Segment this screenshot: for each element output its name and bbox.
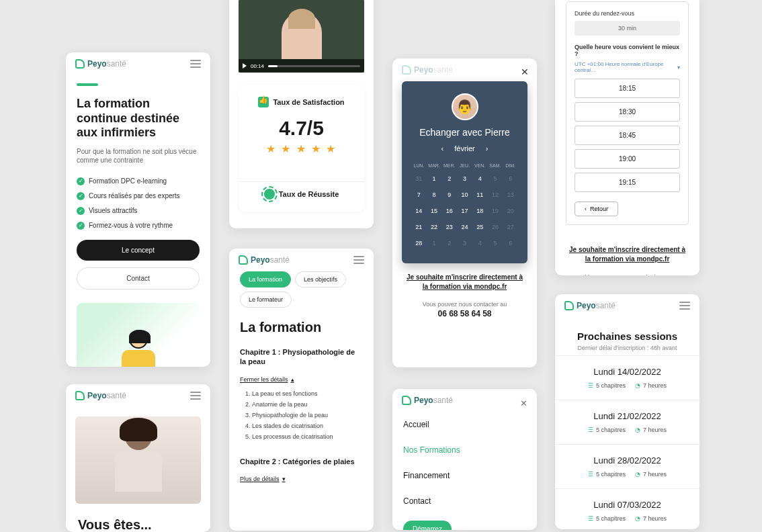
- logo: Peyosanté: [402, 65, 453, 75]
- tab-les-objectifs[interactable]: Les objectifs: [295, 271, 346, 287]
- calendar-day[interactable]: 21: [411, 219, 427, 235]
- sessions-list: Lundi 14/02/2022☰5 chapitres◔7 heuresLun…: [555, 355, 700, 529]
- calendar-day[interactable]: 25: [472, 219, 488, 235]
- calendar-day[interactable]: 23: [441, 219, 457, 235]
- session-card[interactable]: Lundi 07/03/2022☰5 chapitres◔7 heures: [555, 488, 700, 529]
- time-slot[interactable]: 19:15: [575, 173, 680, 192]
- duration-label: Durée du rendez-vous: [575, 10, 680, 17]
- more-details-toggle[interactable]: Plus de détails▾: [240, 476, 286, 482]
- video-player[interactable]: 00:14: [239, 0, 364, 73]
- session-card[interactable]: Lundi 14/02/2022☰5 chapitres◔7 heures: [555, 355, 700, 400]
- calendar-day[interactable]: 24: [457, 219, 472, 235]
- check-icon: ✓: [77, 222, 85, 230]
- calendar-day[interactable]: 7: [411, 187, 427, 203]
- duration-value: 30 min: [575, 21, 680, 36]
- calendar-day[interactable]: 9: [441, 187, 457, 203]
- calendar-day[interactable]: 28: [411, 235, 427, 251]
- drawer-items: AccueilNos FormationsFinancementContactD…: [392, 412, 537, 530]
- chapter-1-title: Chapitre 1 : Physiopathologie de la peau: [240, 347, 363, 367]
- logo: Peyosanté: [75, 59, 126, 69]
- session-date: Lundi 21/02/2022: [566, 411, 689, 421]
- tab-bar: La formationLes objectifsLe formateur: [240, 271, 363, 308]
- calendar-day: 19: [488, 203, 503, 219]
- calendar-day[interactable]: 15: [427, 203, 442, 219]
- close-details-toggle[interactable]: Fermer les détails▴: [240, 376, 294, 383]
- day-header: MER.: [441, 161, 457, 171]
- menu-icon[interactable]: [679, 302, 690, 310]
- play-icon[interactable]: [243, 63, 247, 69]
- menu-icon[interactable]: [190, 60, 201, 68]
- direct-signup-link[interactable]: Je souhaite m'inscrire directement à la …: [555, 236, 700, 273]
- sessions-note: Dernier délai d'inscription : 48h avant: [566, 345, 689, 351]
- phone-number[interactable]: 06 68 58 64 58: [406, 309, 523, 318]
- timezone-select[interactable]: UTC +01:00 Heure normale d'Europe centra…: [575, 61, 680, 73]
- calendar-title: Echanger avec Pierre: [411, 127, 518, 138]
- check-icon: ✓: [77, 192, 85, 200]
- hero-photo: [75, 416, 201, 504]
- clock-icon: ◔: [635, 471, 640, 478]
- calendar-day: 4: [472, 235, 488, 251]
- calendar-day: 13: [503, 187, 518, 203]
- star-rating: ★ ★ ★ ★ ★: [251, 142, 352, 155]
- calendar-day[interactable]: 17: [457, 203, 472, 219]
- page-subtitle: Pour que la formation ne soit plus vécue…: [77, 147, 200, 165]
- sessions-title: Prochaines sessions: [566, 330, 689, 342]
- session-card[interactable]: Lundi 28/02/2022☰5 chapitres◔7 heures: [555, 444, 700, 488]
- calendar-day[interactable]: 8: [427, 187, 442, 203]
- calendar-day[interactable]: 11: [472, 187, 488, 203]
- calendar-day[interactable]: 3: [457, 171, 472, 187]
- next-month-icon[interactable]: ›: [486, 144, 489, 152]
- chevron-left-icon: ‹: [585, 206, 587, 212]
- time-slot[interactable]: 18:30: [575, 102, 680, 122]
- header: Peyosanté: [555, 294, 700, 317]
- tab-le-formateur[interactable]: Le formateur: [240, 292, 292, 308]
- calendar-day[interactable]: 16: [441, 203, 457, 219]
- calendar-day[interactable]: 14: [411, 203, 427, 219]
- progress-bar[interactable]: [268, 65, 360, 67]
- screen-calendar: Peyosanté ✕ 👨 Echanger avec Pierre ‹ fév…: [392, 58, 537, 367]
- drawer-item-contact[interactable]: Contact: [403, 488, 526, 514]
- calendar-day[interactable]: 1: [427, 171, 442, 187]
- session-card[interactable]: Lundi 21/02/2022☰5 chapitres◔7 heures: [555, 400, 700, 444]
- start-button[interactable]: Démarrez: [403, 521, 452, 530]
- time-slot[interactable]: 18:45: [575, 126, 680, 145]
- calendar-day[interactable]: 22: [427, 219, 442, 235]
- calendar-day[interactable]: 4: [472, 171, 488, 187]
- contact-block: Vous pouvez nous contacter au 06 68 58 6…: [555, 273, 700, 275]
- close-icon[interactable]: ✕: [521, 66, 529, 77]
- day-header: LUN.: [411, 161, 427, 171]
- satisfaction-label: Taux de Satisfaction: [273, 98, 344, 106]
- calendar-grid: LUN.MAR.MER.JEU.VEN.SAM.DIM.311234567891…: [411, 161, 518, 251]
- close-icon[interactable]: ✕: [520, 398, 527, 408]
- prev-month-icon[interactable]: ‹: [441, 144, 444, 152]
- menu-icon[interactable]: [190, 392, 201, 400]
- calendar-day: 12: [488, 187, 503, 203]
- time-slots: 18:1518:3018:4519:0019:15: [575, 79, 680, 192]
- list-item: Les stades de cicatrisation: [252, 420, 363, 431]
- back-button[interactable]: ‹Retour: [575, 202, 618, 216]
- time-slot[interactable]: 19:00: [575, 149, 680, 169]
- contact-block: Vous pouvez nous contacter au 06 68 58 6…: [392, 301, 537, 328]
- calendar-day[interactable]: 2: [441, 171, 457, 187]
- menu-icon[interactable]: [353, 256, 364, 264]
- contact-button[interactable]: Contact: [77, 267, 200, 290]
- direct-signup-link[interactable]: Je souhaite m'inscrire directement à la …: [392, 263, 537, 301]
- header: Peyosanté: [229, 249, 374, 271]
- tab-la-formation[interactable]: La formation: [240, 271, 291, 287]
- day-header: SAM.: [488, 161, 503, 171]
- video-timestamp: 00:14: [251, 63, 264, 69]
- calendar-day[interactable]: 10: [457, 187, 472, 203]
- list-item: Anatomie de la peau: [252, 399, 363, 410]
- hero-illustration: [77, 303, 200, 367]
- thumb-up-icon: [258, 97, 269, 107]
- drawer-item-financement[interactable]: Financement: [403, 463, 526, 488]
- video-controls[interactable]: 00:14: [239, 59, 364, 73]
- success-label: Taux de Réussite: [279, 190, 339, 198]
- chevron-down-icon: ▾: [282, 476, 286, 482]
- day-header: DIM.: [503, 161, 518, 171]
- drawer-item-nos-formations[interactable]: Nos Formations: [403, 437, 526, 463]
- concept-button[interactable]: Le concept: [77, 240, 200, 261]
- calendar-day[interactable]: 18: [472, 203, 488, 219]
- time-slot[interactable]: 18:15: [575, 79, 680, 98]
- drawer-item-accueil[interactable]: Accueil: [403, 412, 526, 437]
